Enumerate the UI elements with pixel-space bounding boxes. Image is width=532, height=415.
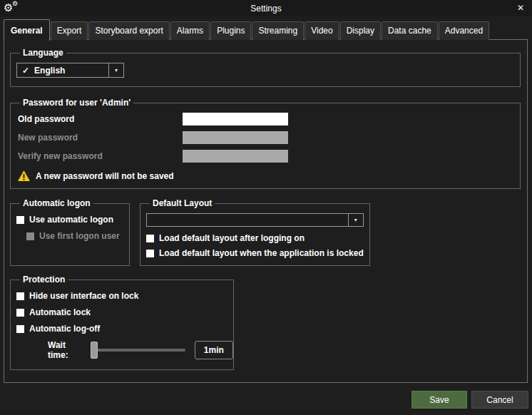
tab-export[interactable]: Export bbox=[51, 21, 88, 40]
use-automatic-logon-row: Use automatic logon bbox=[16, 215, 129, 225]
tab-bar: General Export Storyboard export Alarms … bbox=[4, 19, 490, 40]
verify-password-label: Verify new password bbox=[18, 151, 183, 161]
default-layout-dropdown[interactable]: ▼ bbox=[146, 213, 364, 227]
window-title: Settings bbox=[0, 4, 532, 14]
automatic-lock-row: Automatic lock bbox=[16, 307, 233, 317]
tab-video[interactable]: Video bbox=[305, 21, 339, 40]
wait-time-row: Wait time: 1min bbox=[48, 340, 233, 360]
old-password-label: Old password bbox=[18, 114, 183, 124]
password-group: Password for user 'Admin' Old password N… bbox=[10, 98, 521, 189]
tab-streaming[interactable]: Streaming bbox=[252, 21, 304, 40]
logon-layout-row: Automatic logon Use automatic logon Use … bbox=[10, 198, 521, 266]
wait-time-value: 1min bbox=[195, 341, 233, 359]
tab-plugins[interactable]: Plugins bbox=[210, 21, 251, 40]
language-dropdown[interactable]: ✓ English ▼ bbox=[16, 63, 124, 78]
load-when-locked-label: Load default layout when the application… bbox=[159, 248, 364, 258]
protection-group: Protection Hide user interface on lock A… bbox=[10, 275, 234, 370]
new-password-label: New password bbox=[18, 133, 183, 143]
new-password-field bbox=[183, 131, 288, 144]
verify-password-field bbox=[183, 150, 288, 163]
language-legend: Language bbox=[20, 48, 66, 58]
tab-storyboard-export[interactable]: Storyboard export bbox=[88, 21, 169, 40]
tab-display[interactable]: Display bbox=[340, 21, 381, 40]
close-icon[interactable]: ✕ bbox=[515, 2, 526, 14]
save-button[interactable]: Save bbox=[411, 391, 467, 409]
use-first-logon-user-label: Use first logon user bbox=[39, 231, 120, 241]
load-when-locked-checkbox[interactable] bbox=[146, 250, 154, 257]
tab-advanced[interactable]: Advanced bbox=[439, 21, 489, 40]
load-after-logon-row: Load default layout after logging on bbox=[146, 233, 364, 243]
general-tab-panel: Language ✓ English ▼ Password for user '… bbox=[4, 39, 528, 383]
automatic-logon-legend: Automatic logon bbox=[20, 198, 93, 208]
use-first-logon-user-checkbox bbox=[26, 232, 34, 240]
password-warning: A new password will not be saved bbox=[18, 170, 514, 181]
language-selected-label: English bbox=[34, 66, 65, 76]
tab-alarms[interactable]: Alarms bbox=[170, 21, 210, 40]
default-layout-legend: Default Layout bbox=[150, 198, 215, 208]
automatic-lock-checkbox[interactable] bbox=[16, 309, 24, 317]
warning-text: A new password will not be saved bbox=[36, 171, 174, 181]
protection-legend: Protection bbox=[20, 275, 68, 285]
slider-handle[interactable] bbox=[91, 342, 98, 359]
password-legend: Password for user 'Admin' bbox=[20, 98, 133, 108]
load-after-logon-label: Load default layout after logging on bbox=[159, 233, 305, 243]
automatic-logoff-label: Automatic log-off bbox=[29, 324, 100, 334]
automatic-logoff-row: Automatic log-off bbox=[16, 324, 233, 334]
wait-time-slider[interactable] bbox=[91, 341, 185, 359]
hide-ui-row: Hide user interface on lock bbox=[16, 291, 233, 301]
automatic-logoff-checkbox[interactable] bbox=[16, 325, 24, 333]
language-selected: ✓ English bbox=[17, 63, 108, 77]
automatic-logon-group: Automatic logon Use automatic logon Use … bbox=[10, 198, 130, 266]
default-layout-group: Default Layout ▼ Load default layout aft… bbox=[140, 198, 370, 266]
titlebar: ⚙ ⚙ Settings ✕ bbox=[0, 0, 532, 16]
old-password-row: Old password bbox=[18, 110, 514, 128]
tab-data-cache[interactable]: Data cache bbox=[382, 21, 438, 40]
load-after-logon-checkbox[interactable] bbox=[146, 235, 154, 242]
load-when-locked-row: Load default layout when the application… bbox=[146, 248, 364, 258]
slider-track bbox=[91, 349, 185, 352]
verify-password-row: Verify new password bbox=[18, 147, 514, 165]
warning-icon bbox=[18, 170, 30, 181]
default-layout-selected bbox=[147, 214, 348, 226]
chevron-down-icon[interactable]: ▼ bbox=[108, 63, 123, 77]
language-group: Language ✓ English ▼ bbox=[10, 48, 521, 87]
use-first-logon-user-row: Use first logon user bbox=[26, 231, 129, 241]
new-password-row: New password bbox=[18, 128, 514, 147]
use-automatic-logon-checkbox[interactable] bbox=[16, 216, 24, 224]
automatic-lock-label: Automatic lock bbox=[29, 307, 91, 317]
old-password-field[interactable] bbox=[183, 113, 288, 125]
hide-ui-checkbox[interactable] bbox=[16, 292, 24, 300]
hide-ui-label: Hide user interface on lock bbox=[29, 291, 138, 301]
checkmark-icon: ✓ bbox=[22, 66, 29, 76]
tab-general[interactable]: General bbox=[4, 19, 50, 41]
chevron-down-icon[interactable]: ▼ bbox=[348, 214, 363, 226]
wait-time-label: Wait time: bbox=[48, 340, 86, 360]
use-automatic-logon-label: Use automatic logon bbox=[29, 215, 113, 225]
cancel-button[interactable]: Cancel bbox=[471, 391, 528, 409]
